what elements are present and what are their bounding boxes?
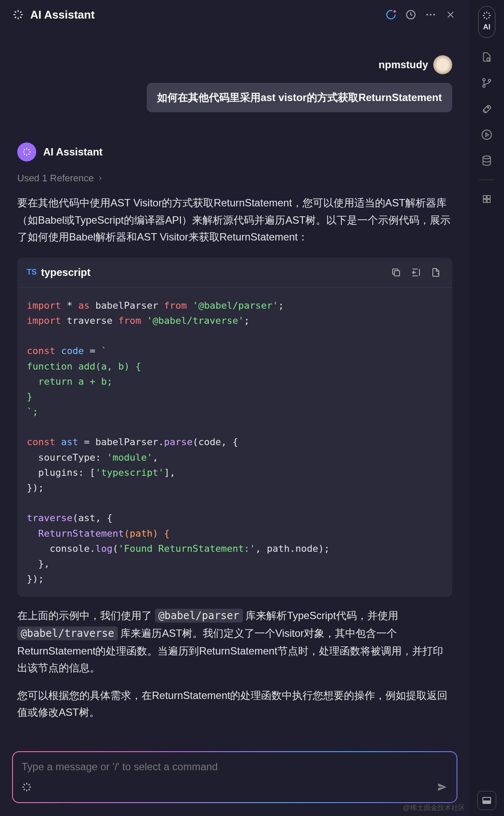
- input-placeholder: Type a message or '/' to select a comman…: [22, 761, 448, 774]
- more-icon[interactable]: [424, 8, 438, 22]
- assistant-paragraph-1: 要在其他代码中使用AST Visitor的方式获取ReturnStatement…: [17, 194, 452, 246]
- rocket-icon[interactable]: [480, 102, 494, 116]
- assistant-paragraph-3: 您可以根据您的具体需求，在ReturnStatement的处理函数中执行您想要的…: [17, 687, 452, 721]
- svg-point-9: [488, 107, 489, 108]
- svg-rect-12: [483, 196, 486, 199]
- app-title: AI Assistant: [30, 8, 94, 22]
- code-header: TS typescript: [17, 258, 452, 288]
- right-sidebar: AI: [469, 0, 504, 816]
- copy-icon[interactable]: [389, 266, 403, 279]
- sparkle-icon: [482, 11, 491, 20]
- assistant-header: AI Assistant: [17, 142, 452, 161]
- user-message-bubble: 如何在其他代码里采用ast vistor的方式获取ReturnStatement: [147, 83, 452, 112]
- sparkle-icon: [12, 9, 24, 21]
- ai-tab[interactable]: AI: [478, 6, 495, 38]
- user-message: 如何在其他代码里采用ast vistor的方式获取ReturnStatement: [157, 91, 442, 104]
- assistant-paragraph-2: 在上面的示例中，我们使用了 @babel/parser 库来解析TypeScri…: [17, 607, 452, 676]
- sparkle-icon[interactable]: [22, 782, 32, 794]
- new-chat-icon[interactable]: [384, 8, 398, 22]
- history-icon[interactable]: [404, 8, 418, 22]
- svg-rect-13: [487, 196, 490, 199]
- file-search-icon[interactable]: [480, 50, 494, 64]
- svg-point-7: [483, 85, 485, 87]
- assistant-name: AI Assistant: [43, 146, 103, 158]
- svg-point-11: [483, 156, 490, 159]
- svg-point-8: [488, 79, 491, 82]
- divider: [479, 180, 495, 180]
- chevron-right-icon: [97, 175, 103, 181]
- assistant-avatar: [17, 142, 36, 161]
- language-badge: TS: [27, 268, 37, 277]
- insert-icon[interactable]: [409, 266, 423, 279]
- svg-rect-14: [483, 199, 486, 202]
- svg-rect-4: [394, 271, 400, 276]
- reference-toggle[interactable]: Used 1 Reference: [17, 173, 452, 184]
- svg-point-1: [426, 14, 428, 16]
- user-header: npmstudy: [17, 55, 452, 74]
- close-icon[interactable]: [444, 8, 457, 22]
- play-icon[interactable]: [480, 128, 494, 142]
- new-file-icon[interactable]: [429, 266, 443, 279]
- reference-label: Used 1 Reference: [17, 173, 94, 184]
- username: npmstudy: [378, 59, 428, 71]
- chat-content: npmstudy 如何在其他代码里采用ast vistor的方式获取Return…: [0, 29, 469, 743]
- svg-rect-17: [483, 800, 491, 803]
- input-area: Type a message or '/' to select a comman…: [0, 743, 469, 816]
- code-block: TS typescript import * as babelParser fr…: [17, 258, 452, 597]
- send-icon[interactable]: [437, 781, 448, 794]
- user-avatar: [433, 55, 452, 74]
- code-chip-parser: @babel/parser: [155, 609, 243, 623]
- watermark: @稀土掘金技术社区: [403, 803, 465, 813]
- database-icon[interactable]: [480, 154, 494, 168]
- panel-icon[interactable]: [477, 791, 496, 810]
- svg-rect-15: [487, 199, 490, 202]
- ai-tab-label: AI: [483, 23, 491, 32]
- message-input[interactable]: Type a message or '/' to select a comman…: [12, 751, 457, 803]
- svg-point-10: [482, 130, 491, 139]
- svg-point-6: [483, 79, 485, 81]
- language-label: typescript: [41, 266, 91, 278]
- svg-point-3: [433, 14, 435, 16]
- svg-point-2: [430, 14, 432, 16]
- grid-icon[interactable]: [480, 192, 494, 206]
- code-chip-traverse: @babel/traverse: [17, 626, 118, 640]
- branch-icon[interactable]: [480, 76, 494, 90]
- code-body[interactable]: import * as babelParser from '@babel/par…: [17, 288, 452, 597]
- svg-point-5: [487, 58, 490, 61]
- header: AI Assistant: [0, 0, 469, 29]
